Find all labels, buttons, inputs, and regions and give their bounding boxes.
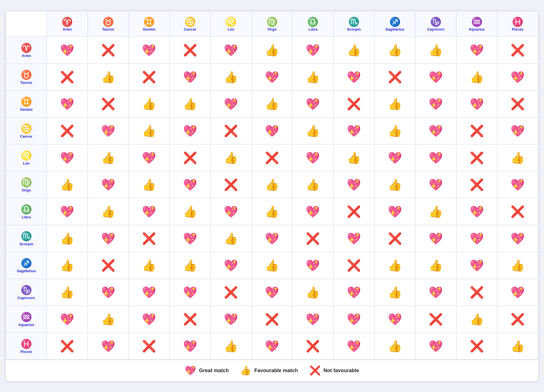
emoji-thumb: 👍 xyxy=(511,152,525,164)
row-name-virgo: Virgo xyxy=(7,188,46,192)
symbol-cancer: ♋ xyxy=(170,16,210,27)
emoji-heart: 💖 xyxy=(101,125,115,137)
favourable-match-icon: 👍 xyxy=(240,365,251,376)
emoji-heart: 💖 xyxy=(224,44,238,56)
name-cancer: Cancer xyxy=(170,27,210,31)
table-row: ♓Pisces❌💖❌💖👍💖❌💖👍💖❌👍 xyxy=(6,333,538,360)
cell-pisces-aquarius: ❌ xyxy=(456,333,497,360)
row-symbol-aries: ♈ xyxy=(7,42,46,53)
cell-scorpio-libra: ❌ xyxy=(292,225,333,252)
emoji-heart: 💖 xyxy=(429,178,443,191)
cell-cancer-capricorn: 💖 xyxy=(415,118,456,144)
emoji-heart: 💖 xyxy=(101,232,115,245)
emoji-heart: 💖 xyxy=(224,205,238,218)
cell-aquarius-gemini: 💖 xyxy=(129,306,170,333)
emoji-thumb: 👍 xyxy=(388,178,402,191)
cell-gemini-capricorn: 💖 xyxy=(415,91,456,118)
emoji-thumb: 👍 xyxy=(429,259,443,272)
emoji-thumb: 👍 xyxy=(265,44,279,56)
cell-cancer-sagittarius: 👍 xyxy=(374,118,415,144)
cell-aries-aquarius: 💖 xyxy=(456,37,497,64)
cell-capricorn-capricorn: 💖 xyxy=(415,279,456,306)
legend-great-match: 💖 Great match xyxy=(185,365,229,376)
emoji-thumb: 👍 xyxy=(306,71,320,83)
emoji-heart: 💖 xyxy=(142,152,156,164)
emoji-heart: 💖 xyxy=(429,286,443,299)
cell-leo-libra: 💖 xyxy=(292,144,333,171)
cell-pisces-virgo: 💖 xyxy=(252,333,293,360)
emoji-thumb: 👍 xyxy=(470,313,484,325)
cell-cancer-taurus: 💖 xyxy=(88,118,129,144)
symbol-taurus: ♉ xyxy=(88,16,128,27)
cell-leo-capricorn: 💖 xyxy=(415,144,456,171)
cell-aquarius-pisces: ❌ xyxy=(497,306,538,333)
emoji-cross: ❌ xyxy=(224,178,238,191)
emoji-cross: ❌ xyxy=(265,152,279,164)
cell-virgo-taurus: 💖 xyxy=(88,171,129,198)
emoji-cross: ❌ xyxy=(183,152,197,164)
emoji-thumb: 👍 xyxy=(142,125,156,137)
emoji-thumb: 👍 xyxy=(142,178,156,191)
table-row: ♒Aquarius💖👍💖❌💖❌💖💖💖❌👍❌ xyxy=(6,306,538,333)
cell-aquarius-sagittarius: 💖 xyxy=(374,306,415,333)
cell-libra-pisces: ❌ xyxy=(497,198,538,225)
emoji-heart: 💖 xyxy=(183,232,197,245)
emoji-heart: 💖 xyxy=(183,125,197,137)
row-header-aries: ♈Aries xyxy=(6,37,47,64)
emoji-cross: ❌ xyxy=(347,98,361,110)
symbol-pisces: ♓ xyxy=(498,16,537,27)
cell-libra-libra: 💖 xyxy=(292,198,333,225)
emoji-thumb: 👍 xyxy=(224,232,238,245)
great-match-label: Great match xyxy=(199,368,229,374)
name-leo: Leo xyxy=(211,27,251,31)
cell-virgo-gemini: 👍 xyxy=(129,171,170,198)
emoji-thumb: 👍 xyxy=(388,98,402,110)
emoji-thumb: 👍 xyxy=(101,71,115,83)
cell-gemini-aquarius: 💖 xyxy=(456,91,497,118)
cell-pisces-pisces: 👍 xyxy=(497,333,538,360)
emoji-heart: 💖 xyxy=(429,125,443,137)
emoji-heart: 💖 xyxy=(224,98,238,110)
emoji-thumb: 👍 xyxy=(60,232,74,245)
cell-capricorn-taurus: 💖 xyxy=(88,279,129,306)
row-name-sagittarius: Sagittarius xyxy=(7,269,46,273)
cell-leo-virgo: ❌ xyxy=(252,144,293,171)
col-header-pisces: ♓Pisces xyxy=(497,11,538,37)
cell-taurus-cancer: 💖 xyxy=(170,64,211,91)
col-header-capricorn: ♑Capricorn xyxy=(415,11,456,37)
great-match-icon: 💖 xyxy=(185,365,196,376)
emoji-thumb: 👍 xyxy=(511,259,525,272)
cell-capricorn-cancer: 💖 xyxy=(170,279,211,306)
emoji-cross: ❌ xyxy=(429,313,443,325)
cell-scorpio-leo: 👍 xyxy=(211,225,252,252)
cell-leo-leo: 👍 xyxy=(211,144,252,171)
cell-capricorn-gemini: 💖 xyxy=(129,279,170,306)
emoji-heart: 💖 xyxy=(429,71,443,83)
name-scorpio: Scorpio xyxy=(334,27,374,31)
cell-scorpio-taurus: 💖 xyxy=(88,225,129,252)
cell-aries-pisces: ❌ xyxy=(497,37,538,64)
row-symbol-gemini: ♊ xyxy=(7,96,46,107)
cell-aquarius-virgo: ❌ xyxy=(252,306,293,333)
cell-gemini-sagittarius: 👍 xyxy=(374,91,415,118)
compat-table: ♈Aries♉Taurus♊Gemini♋Cancer♌Leo♍Virgo♎Li… xyxy=(6,11,538,360)
cell-pisces-cancer: 💖 xyxy=(170,333,211,360)
emoji-thumb: 👍 xyxy=(183,205,197,218)
symbol-capricorn: ♑ xyxy=(416,16,456,27)
emoji-thumb: 👍 xyxy=(429,205,443,218)
emoji-heart: 💖 xyxy=(101,286,115,299)
emoji-heart: 💖 xyxy=(470,205,484,218)
emoji-cross: ❌ xyxy=(306,340,320,352)
emoji-thumb: 👍 xyxy=(388,259,402,272)
emoji-cross: ❌ xyxy=(511,205,525,218)
emoji-thumb: 👍 xyxy=(101,205,115,218)
emoji-cross: ❌ xyxy=(511,313,525,325)
emoji-cross: ❌ xyxy=(347,259,361,272)
row-symbol-sagittarius: ♐ xyxy=(7,258,46,269)
emoji-heart: 💖 xyxy=(60,313,74,325)
cell-gemini-taurus: ❌ xyxy=(88,91,129,118)
emoji-cross: ❌ xyxy=(470,286,484,299)
cell-aries-aries: 💖 xyxy=(47,37,88,64)
emoji-heart: 💖 xyxy=(388,152,402,164)
emoji-heart: 💖 xyxy=(306,313,320,325)
